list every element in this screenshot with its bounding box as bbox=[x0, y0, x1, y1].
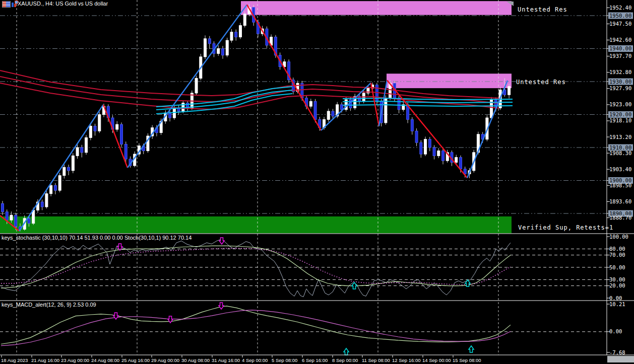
candle-body bbox=[124, 144, 127, 159]
zigzag-segment bbox=[247, 5, 321, 130]
signal-arrow-down bbox=[113, 313, 118, 319]
ma-line-cyan bbox=[343, 105, 513, 106]
candle-body bbox=[10, 215, 13, 220]
price-tick-label: 1903.40 bbox=[609, 166, 631, 172]
candle-body bbox=[442, 151, 445, 161]
chart-title: XAUUSD., H4: US Gold vs US dollar bbox=[18, 1, 108, 7]
candle-body bbox=[85, 137, 88, 152]
candle-body bbox=[230, 32, 233, 40]
panel-axis-label: 0.00 bbox=[609, 328, 622, 334]
panel-axis-label: 80.00 bbox=[609, 246, 625, 252]
time-tick-label[interactable]: 23 Aug 00:00 bbox=[61, 357, 89, 363]
candle-body bbox=[415, 131, 418, 142]
time-tick-label[interactable]: 30 Aug 08:00 bbox=[181, 357, 210, 363]
candle-body bbox=[239, 26, 241, 37]
panel-axis-label: 30.00 bbox=[609, 276, 625, 282]
signal-arrow-up bbox=[352, 282, 357, 289]
candle-body bbox=[50, 185, 52, 193]
candle-body bbox=[63, 167, 66, 175]
candle-body bbox=[72, 156, 74, 170]
candle-body bbox=[243, 14, 246, 26]
candle-body bbox=[222, 49, 224, 55]
candle-body bbox=[314, 101, 316, 119]
time-tick-label[interactable]: 29 Aug 00:00 bbox=[151, 357, 179, 363]
candle-body bbox=[98, 115, 101, 131]
candle-body bbox=[81, 148, 83, 153]
panel-axis-label: 50.00 bbox=[609, 264, 625, 270]
candle-body bbox=[437, 151, 440, 156]
price-tick-label: 1950.00 bbox=[609, 13, 631, 19]
price-tick-label: 1893.60 bbox=[609, 198, 631, 204]
zone-rect-resistance[interactable] bbox=[387, 74, 512, 88]
zigzag-segment bbox=[103, 105, 128, 168]
candle-body bbox=[68, 167, 70, 171]
price-tick-label: 1918.10 bbox=[609, 117, 631, 123]
panel-axis-label: 100.00 bbox=[609, 234, 628, 240]
time-tick-label[interactable]: 21 Aug 16:00 bbox=[31, 357, 59, 363]
time-tick-label[interactable]: 25 Aug 16:00 bbox=[121, 357, 150, 363]
chart-window-icon bbox=[2, 1, 11, 8]
candle-body bbox=[327, 111, 330, 119]
time-tick-label[interactable]: 15 Sep 08:00 bbox=[453, 357, 481, 363]
time-tick-label[interactable]: 11 Sep 08:00 bbox=[362, 357, 390, 363]
candle-body bbox=[226, 40, 228, 55]
time-tick-label[interactable]: 18 Aug 2023 bbox=[1, 357, 28, 363]
candle-body bbox=[94, 126, 96, 131]
candle-body bbox=[89, 126, 92, 137]
candle-body bbox=[54, 185, 56, 190]
time-tick-label[interactable]: 6 Sep 16:00 bbox=[302, 357, 328, 363]
macd-line bbox=[1, 306, 511, 344]
time-tick-label[interactable]: 5 Sep 08:00 bbox=[272, 357, 297, 363]
candle-body bbox=[204, 39, 207, 57]
candle-body bbox=[455, 158, 458, 163]
price-tick-label: 1932.80 bbox=[609, 69, 631, 75]
time-tick-label[interactable]: 4 Sep 00:00 bbox=[242, 357, 268, 363]
panel-axis-label: 10.21 bbox=[609, 301, 625, 307]
candle-body bbox=[411, 119, 413, 131]
scrollbar-corner[interactable] bbox=[607, 356, 634, 362]
price-tick-label: 1920.00 bbox=[609, 111, 631, 117]
candle-body bbox=[15, 215, 17, 227]
candle-body bbox=[309, 101, 312, 106]
time-tick-label[interactable]: 14 Sep 00:00 bbox=[422, 357, 451, 363]
ma-line-cyan bbox=[343, 101, 513, 103]
candle-body bbox=[217, 49, 220, 54]
candle-body bbox=[340, 105, 343, 110]
price-tick-label: 1940.00 bbox=[609, 45, 631, 51]
candle-body bbox=[32, 210, 35, 223]
stoch-signal-line bbox=[1, 248, 511, 284]
chart-canvas[interactable]: 1952.401950.001947.501942.601940.001937.… bbox=[0, 0, 634, 364]
macd-signal-line bbox=[1, 310, 511, 346]
zigzag-segment bbox=[128, 5, 247, 168]
candle-body bbox=[2, 203, 4, 211]
candle-body bbox=[208, 39, 211, 44]
zone-label-untested-res-2: Untested Res bbox=[516, 79, 566, 86]
candle-body bbox=[45, 194, 48, 207]
candle-body bbox=[508, 87, 511, 95]
candle-body bbox=[235, 32, 237, 37]
stochastic-indicator-label: keys_stochastic (30,10,10) 70.14 51.93 0… bbox=[2, 235, 192, 241]
candle-body bbox=[120, 124, 122, 144]
time-tick-label[interactable]: 12 Sep 16:00 bbox=[392, 357, 421, 363]
candle-body bbox=[433, 148, 435, 156]
panel-axis-label: 0.00 bbox=[609, 295, 622, 301]
signal-arrow-down bbox=[219, 303, 224, 309]
candle-body bbox=[28, 219, 30, 224]
zigzag-segment bbox=[19, 105, 103, 231]
panel-axis-label: 70.00 bbox=[609, 252, 625, 258]
time-tick-label[interactable]: 31 Aug 16:00 bbox=[212, 357, 240, 363]
ma-line-cyan bbox=[343, 98, 513, 100]
candle-body bbox=[459, 158, 462, 169]
price-tick-label: 1927.90 bbox=[609, 85, 631, 91]
price-tick-label: 1888.70 bbox=[609, 214, 631, 221]
price-tick-label: 1947.50 bbox=[609, 21, 631, 27]
zigzag-segment bbox=[467, 81, 508, 178]
zone-label-verified-sup: Verified Sup, Retests=1 bbox=[518, 224, 613, 231]
candle-body bbox=[6, 212, 8, 220]
panel-axis-label: 20.00 bbox=[609, 282, 625, 288]
time-tick-label[interactable]: 8 Sep 00:00 bbox=[332, 357, 358, 363]
price-tick-label: 1937.70 bbox=[609, 53, 631, 59]
zone-rect-support[interactable] bbox=[0, 216, 512, 233]
candle-body bbox=[116, 124, 118, 129]
time-tick-label[interactable]: 24 Aug 08:00 bbox=[91, 357, 119, 363]
